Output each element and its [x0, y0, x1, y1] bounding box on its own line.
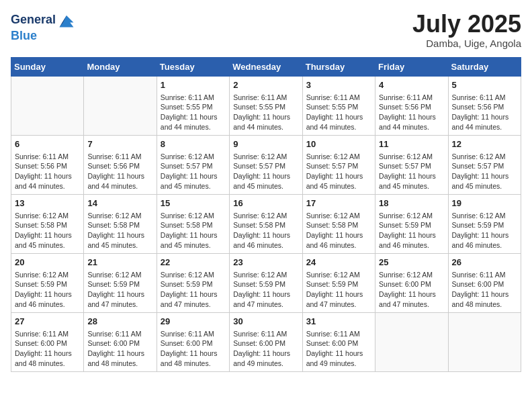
calendar-cell: 1Sunrise: 6:11 AM Sunset: 5:55 PM Daylig…	[157, 76, 229, 135]
day-info: Sunrise: 6:12 AM Sunset: 5:59 PM Dayligh…	[452, 211, 517, 250]
day-info: Sunrise: 6:11 AM Sunset: 5:55 PM Dayligh…	[233, 93, 298, 132]
calendar-cell: 19Sunrise: 6:12 AM Sunset: 5:59 PM Dayli…	[448, 194, 521, 253]
day-info: Sunrise: 6:12 AM Sunset: 5:59 PM Dayligh…	[161, 270, 226, 310]
location: Damba, Uige, Angola	[412, 38, 521, 49]
day-number: 29	[161, 316, 226, 328]
calendar-cell: 8Sunrise: 6:12 AM Sunset: 5:57 PM Daylig…	[157, 135, 229, 194]
day-info: Sunrise: 6:12 AM Sunset: 5:58 PM Dayligh…	[233, 211, 298, 250]
day-number: 27	[15, 316, 80, 328]
day-info: Sunrise: 6:12 AM Sunset: 5:59 PM Dayligh…	[379, 211, 444, 250]
day-number: 11	[379, 138, 444, 150]
calendar-cell: 21Sunrise: 6:12 AM Sunset: 5:59 PM Dayli…	[84, 253, 157, 312]
calendar-cell: 24Sunrise: 6:12 AM Sunset: 5:59 PM Dayli…	[302, 253, 375, 312]
calendar-cell: 4Sunrise: 6:11 AM Sunset: 5:56 PM Daylig…	[375, 76, 448, 135]
logo-blue-text: Blue	[11, 29, 37, 42]
calendar-cell: 27Sunrise: 6:11 AM Sunset: 6:00 PM Dayli…	[11, 312, 84, 371]
calendar-table: SundayMondayTuesdayWednesdayThursdayFrid…	[11, 57, 521, 372]
day-info: Sunrise: 6:12 AM Sunset: 5:58 PM Dayligh…	[306, 211, 371, 250]
logo: General Blue	[11, 11, 76, 43]
day-info: Sunrise: 6:12 AM Sunset: 5:59 PM Dayligh…	[306, 270, 371, 310]
calendar-cell: 14Sunrise: 6:12 AM Sunset: 5:58 PM Dayli…	[84, 194, 157, 253]
day-info: Sunrise: 6:12 AM Sunset: 5:57 PM Dayligh…	[306, 152, 371, 191]
calendar-row: 27Sunrise: 6:11 AM Sunset: 6:00 PM Dayli…	[11, 312, 521, 371]
day-info: Sunrise: 6:12 AM Sunset: 5:58 PM Dayligh…	[87, 211, 152, 250]
calendar-row: 6Sunrise: 6:11 AM Sunset: 5:56 PM Daylig…	[11, 135, 521, 194]
day-number: 13	[15, 197, 80, 210]
weekday-header: Wednesday	[230, 57, 302, 76]
calendar-cell: 12Sunrise: 6:12 AM Sunset: 5:57 PM Dayli…	[448, 135, 521, 194]
day-number: 7	[87, 138, 152, 150]
calendar-body: 1Sunrise: 6:11 AM Sunset: 5:55 PM Daylig…	[11, 76, 521, 371]
day-info: Sunrise: 6:11 AM Sunset: 6:00 PM Dayligh…	[452, 270, 517, 310]
calendar-row: 20Sunrise: 6:12 AM Sunset: 5:59 PM Dayli…	[11, 253, 521, 312]
day-number: 1	[161, 79, 226, 91]
calendar-cell: 17Sunrise: 6:12 AM Sunset: 5:58 PM Dayli…	[302, 194, 375, 253]
day-number: 9	[233, 138, 298, 150]
day-info: Sunrise: 6:11 AM Sunset: 6:00 PM Dayligh…	[306, 329, 371, 369]
calendar-cell: 25Sunrise: 6:12 AM Sunset: 6:00 PM Dayli…	[375, 253, 448, 312]
calendar-row: 1Sunrise: 6:11 AM Sunset: 5:55 PM Daylig…	[11, 76, 521, 135]
calendar-cell: 31Sunrise: 6:11 AM Sunset: 6:00 PM Dayli…	[302, 312, 375, 371]
calendar-cell	[84, 76, 157, 135]
calendar-cell: 18Sunrise: 6:12 AM Sunset: 5:59 PM Dayli…	[375, 194, 448, 253]
day-number: 25	[379, 257, 444, 269]
calendar-cell	[448, 312, 521, 371]
weekday-header: Friday	[375, 57, 448, 76]
calendar-cell	[375, 312, 448, 371]
day-number: 22	[161, 257, 226, 269]
day-number: 15	[161, 197, 226, 210]
calendar-cell: 28Sunrise: 6:11 AM Sunset: 6:00 PM Dayli…	[84, 312, 157, 371]
day-number: 20	[15, 257, 80, 269]
calendar-cell: 13Sunrise: 6:12 AM Sunset: 5:58 PM Dayli…	[11, 194, 84, 253]
day-number: 17	[306, 197, 371, 210]
day-info: Sunrise: 6:12 AM Sunset: 5:58 PM Dayligh…	[161, 211, 226, 250]
day-number: 14	[87, 197, 152, 210]
calendar-cell: 3Sunrise: 6:11 AM Sunset: 5:55 PM Daylig…	[302, 76, 375, 135]
day-info: Sunrise: 6:11 AM Sunset: 6:00 PM Dayligh…	[233, 329, 298, 369]
day-number: 10	[306, 138, 371, 150]
weekday-header: Saturday	[448, 57, 521, 76]
day-info: Sunrise: 6:12 AM Sunset: 5:59 PM Dayligh…	[15, 270, 80, 310]
day-info: Sunrise: 6:11 AM Sunset: 5:56 PM Dayligh…	[379, 93, 444, 132]
day-info: Sunrise: 6:12 AM Sunset: 5:59 PM Dayligh…	[87, 270, 152, 310]
calendar-cell: 26Sunrise: 6:11 AM Sunset: 6:00 PM Dayli…	[448, 253, 521, 312]
calendar-cell: 6Sunrise: 6:11 AM Sunset: 5:56 PM Daylig…	[11, 135, 84, 194]
calendar-cell: 23Sunrise: 6:12 AM Sunset: 5:59 PM Dayli…	[230, 253, 302, 312]
day-info: Sunrise: 6:11 AM Sunset: 6:00 PM Dayligh…	[87, 329, 152, 369]
day-info: Sunrise: 6:11 AM Sunset: 5:56 PM Dayligh…	[452, 93, 517, 132]
day-info: Sunrise: 6:12 AM Sunset: 6:00 PM Dayligh…	[379, 270, 444, 310]
calendar-cell: 20Sunrise: 6:12 AM Sunset: 5:59 PM Dayli…	[11, 253, 84, 312]
logo-icon	[57, 11, 76, 30]
calendar-cell: 22Sunrise: 6:12 AM Sunset: 5:59 PM Dayli…	[157, 253, 229, 312]
day-info: Sunrise: 6:11 AM Sunset: 5:56 PM Dayligh…	[87, 152, 152, 191]
day-number: 4	[379, 79, 444, 91]
logo-text: General	[11, 13, 56, 27]
calendar-cell: 11Sunrise: 6:12 AM Sunset: 5:57 PM Dayli…	[375, 135, 448, 194]
day-info: Sunrise: 6:11 AM Sunset: 6:00 PM Dayligh…	[161, 329, 226, 369]
day-info: Sunrise: 6:11 AM Sunset: 5:55 PM Dayligh…	[306, 93, 371, 132]
day-number: 5	[452, 79, 517, 91]
day-number: 16	[233, 197, 298, 210]
day-info: Sunrise: 6:12 AM Sunset: 5:58 PM Dayligh…	[15, 211, 80, 250]
day-number: 18	[379, 197, 444, 210]
day-number: 28	[87, 316, 152, 328]
day-number: 26	[452, 257, 517, 269]
day-info: Sunrise: 6:12 AM Sunset: 5:57 PM Dayligh…	[233, 152, 298, 191]
day-number: 3	[306, 79, 371, 91]
day-number: 6	[15, 138, 80, 150]
day-number: 21	[87, 257, 152, 269]
day-number: 19	[452, 197, 517, 210]
calendar-header-row: SundayMondayTuesdayWednesdayThursdayFrid…	[11, 57, 521, 76]
day-number: 12	[452, 138, 517, 150]
day-number: 23	[233, 257, 298, 269]
calendar-cell: 29Sunrise: 6:11 AM Sunset: 6:00 PM Dayli…	[157, 312, 229, 371]
day-info: Sunrise: 6:11 AM Sunset: 5:56 PM Dayligh…	[15, 152, 80, 191]
calendar-cell	[11, 76, 84, 135]
svg-marker-0	[60, 15, 74, 28]
title-block: July 2025 Damba, Uige, Angola	[412, 11, 521, 49]
day-info: Sunrise: 6:12 AM Sunset: 5:57 PM Dayligh…	[161, 152, 226, 191]
month-title: July 2025	[412, 11, 521, 38]
day-info: Sunrise: 6:12 AM Sunset: 5:57 PM Dayligh…	[452, 152, 517, 191]
weekday-header: Sunday	[11, 57, 84, 76]
day-info: Sunrise: 6:11 AM Sunset: 6:00 PM Dayligh…	[15, 329, 80, 369]
